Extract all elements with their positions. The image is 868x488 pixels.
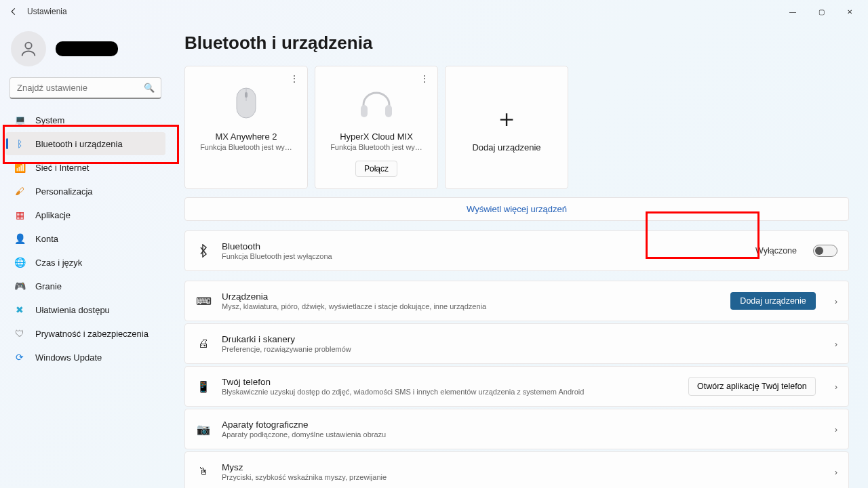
row-icon: 🖨 xyxy=(196,338,211,350)
bluetooth-toggle[interactable] xyxy=(813,245,837,257)
sidebar-item-4[interactable]: ▦Aplikacje xyxy=(5,203,165,226)
sidebar-item-3[interactable]: 🖌Personalizacja xyxy=(5,180,165,203)
row-icon: ⌨ xyxy=(196,295,211,308)
row-action-button[interactable]: Otwórz aplikację Twój telefon xyxy=(688,377,816,396)
row-title: Twój telefon xyxy=(222,377,677,387)
search-input[interactable] xyxy=(9,77,161,99)
sidebar-item-5[interactable]: 👤Konta xyxy=(5,227,165,250)
sidebar: 🔍 💻SystemᛒBluetooth i urządzenia📶Sieć i … xyxy=(0,23,171,488)
sidebar-item-2[interactable]: 📶Sieć i Internet xyxy=(5,156,165,179)
plus-icon: ＋ xyxy=(494,102,519,136)
nav-label: System xyxy=(35,115,64,125)
sidebar-item-1[interactable]: ᛒBluetooth i urządzenia xyxy=(5,132,165,155)
svg-rect-3 xyxy=(245,92,248,98)
svg-rect-5 xyxy=(385,105,392,117)
svg-point-0 xyxy=(25,43,31,49)
nav-icon: 📶 xyxy=(14,161,26,174)
row-subtitle: Preferencje, rozwiązywanie problemów xyxy=(222,345,816,353)
settings-row-0[interactable]: ⌨UrządzeniaMysz, klawiatura, pióro, dźwi… xyxy=(184,281,849,321)
settings-rows: ⌨UrządzeniaMysz, klawiatura, pióro, dźwi… xyxy=(184,281,849,488)
minimize-button[interactable]: — xyxy=(778,1,807,22)
row-action-button[interactable]: Dodaj urządzenie xyxy=(730,292,815,310)
headphones-icon xyxy=(358,83,395,123)
toggle-state-label: Wyłączone xyxy=(755,246,797,256)
user-name-redacted xyxy=(56,41,118,56)
chevron-right-icon: › xyxy=(835,296,837,306)
search-icon: 🔍 xyxy=(144,83,155,93)
row-subtitle: Przyciski, szybkość wskaźnika myszy, prz… xyxy=(222,473,816,481)
chevron-right-icon: › xyxy=(835,382,837,392)
settings-row-1[interactable]: 🖨Drukarki i skaneryPreferencje, rozwiązy… xyxy=(184,323,849,364)
row-title: Urządzenia xyxy=(222,291,719,302)
connect-button[interactable]: Połącz xyxy=(355,161,397,177)
row-title: Drukarki i skanery xyxy=(222,334,816,344)
window-title: Ustawienia xyxy=(27,7,67,16)
nav-label: Czas i język xyxy=(35,258,82,268)
chevron-right-icon: › xyxy=(835,467,837,477)
row-subtitle: Mysz, klawiatura, pióro, dźwięk, wyświet… xyxy=(222,302,719,310)
bluetooth-subtitle: Funkcja Bluetooth jest wyłączona xyxy=(222,252,745,260)
sidebar-item-9[interactable]: 🛡Prywatność i zabezpieczenia xyxy=(5,322,165,345)
sidebar-nav: 💻SystemᛒBluetooth i urządzenia📶Sieć i In… xyxy=(5,108,165,369)
nav-icon: ✖ xyxy=(14,304,26,316)
nav-label: Konta xyxy=(35,234,58,244)
device-status: Funkcja Bluetooth jest wy… xyxy=(326,143,427,151)
nav-label: Personalizacja xyxy=(35,186,93,197)
device-cards: ⋮ MX Anywhere 2 Funkcja Bluetooth jest w… xyxy=(184,66,849,189)
nav-label: Sieć i Internet xyxy=(35,163,90,173)
row-subtitle: Błyskawicznie uzyskuj dostęp do zdjęć, w… xyxy=(222,388,677,396)
chevron-right-icon: › xyxy=(835,339,837,349)
window-controls: — ▢ ✕ xyxy=(778,1,864,22)
show-more-devices-link[interactable]: Wyświetl więcej urządzeń xyxy=(184,197,849,221)
nav-icon: 💻 xyxy=(14,114,26,126)
row-icon: 📷 xyxy=(196,423,211,436)
bluetooth-toggle-row: Bluetooth Funkcja Bluetooth jest wyłączo… xyxy=(184,230,849,271)
titlebar: Ustawienia — ▢ ✕ xyxy=(0,0,868,23)
sidebar-item-7[interactable]: 🎮Granie xyxy=(5,274,165,298)
nav-icon: ⟳ xyxy=(14,351,26,363)
device-card-more-icon[interactable]: ⋮ xyxy=(420,73,429,84)
device-card-headphones[interactable]: ⋮ HyperX Cloud MIX Funkcja Bluetooth jes… xyxy=(315,66,438,189)
back-button[interactable] xyxy=(4,2,23,21)
page-title: Bluetooth i urządzenia xyxy=(184,33,849,54)
row-icon: 🖱 xyxy=(196,466,211,478)
close-button[interactable]: ✕ xyxy=(835,1,864,22)
nav-label: Bluetooth i urządzenia xyxy=(35,139,123,149)
settings-row-4[interactable]: 🖱MyszPrzyciski, szybkość wskaźnika myszy… xyxy=(184,451,849,488)
sidebar-item-8[interactable]: ✖Ułatwienia dostępu xyxy=(5,298,165,321)
device-card-mouse[interactable]: ⋮ MX Anywhere 2 Funkcja Bluetooth jest w… xyxy=(184,66,308,189)
row-title: Aparaty fotograficzne xyxy=(222,420,816,430)
add-device-card[interactable]: ＋ Dodaj urządzenie xyxy=(445,66,568,189)
sidebar-item-0[interactable]: 💻System xyxy=(5,108,165,131)
settings-row-3[interactable]: 📷Aparaty fotograficzneAparaty podłączone… xyxy=(184,409,849,449)
nav-label: Prywatność i zabezpieczenia xyxy=(35,329,149,339)
svg-rect-4 xyxy=(361,105,368,117)
avatar xyxy=(11,31,46,66)
sidebar-item-10[interactable]: ⟳Windows Update xyxy=(5,346,165,369)
row-title: Mysz xyxy=(222,462,816,472)
chevron-right-icon: › xyxy=(835,424,837,434)
add-device-label: Dodaj urządzenie xyxy=(472,142,540,152)
settings-row-2[interactable]: 📱Twój telefonBłyskawicznie uzyskuj dostę… xyxy=(184,366,849,407)
device-name: HyperX Cloud MIX xyxy=(340,131,413,142)
nav-icon: ▦ xyxy=(14,209,26,221)
nav-icon: 🌐 xyxy=(14,256,26,268)
nav-icon: 🛡 xyxy=(14,327,26,340)
nav-label: Aplikacje xyxy=(35,210,71,220)
nav-label: Windows Update xyxy=(35,352,102,363)
sidebar-item-6[interactable]: 🌐Czas i język xyxy=(5,251,165,274)
nav-label: Ułatwienia dostępu xyxy=(35,305,110,315)
device-name: MX Anywhere 2 xyxy=(215,131,277,142)
bluetooth-icon xyxy=(196,244,211,258)
maximize-button[interactable]: ▢ xyxy=(807,1,835,22)
nav-icon: 🖌 xyxy=(14,185,26,197)
nav-icon: ᛒ xyxy=(14,138,26,150)
search-box[interactable]: 🔍 xyxy=(9,77,161,99)
user-profile[interactable] xyxy=(5,28,165,75)
mouse-icon xyxy=(235,83,258,123)
device-status: Funkcja Bluetooth jest wy… xyxy=(195,143,297,151)
device-card-more-icon[interactable]: ⋮ xyxy=(290,73,299,84)
nav-icon: 👤 xyxy=(14,232,26,245)
nav-icon: 🎮 xyxy=(14,280,26,292)
main-content: Bluetooth i urządzenia ⋮ MX Anywhere 2 F… xyxy=(171,23,868,488)
